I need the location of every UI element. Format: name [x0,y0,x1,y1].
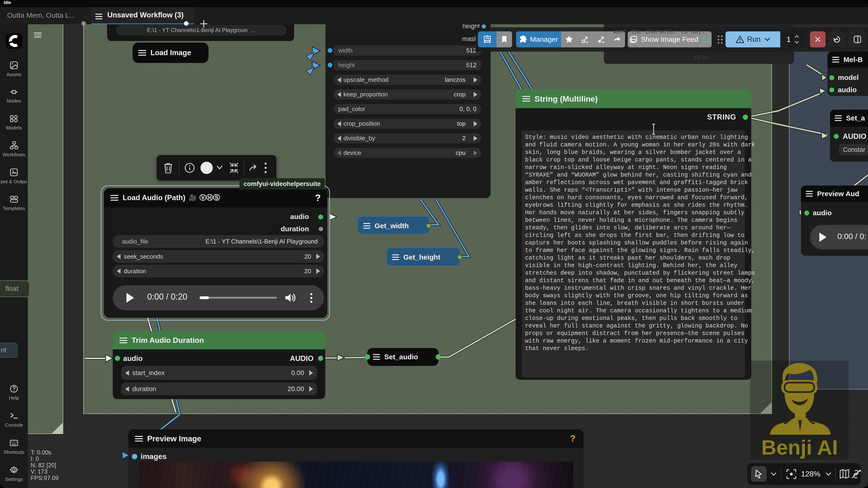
svg-text:Benji AI: Benji AI [762,436,838,459]
